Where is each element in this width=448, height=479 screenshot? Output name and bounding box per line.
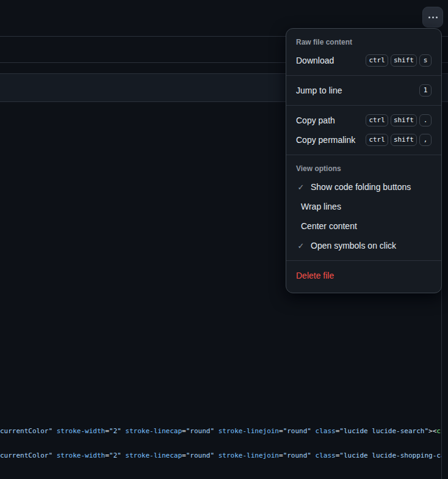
kbd-shift: shift — [391, 54, 417, 67]
menu-divider — [286, 75, 441, 76]
menu-item-open-symbols-on-click[interactable]: ✓ Open symbols on click — [286, 236, 441, 255]
kbd-s: s — [419, 54, 432, 67]
menu-item-wrap-lines[interactable]: Wrap lines — [286, 197, 441, 216]
shortcut-keys: ctrl shift . — [366, 114, 432, 126]
check-icon: ✓ — [296, 242, 306, 250]
more-options-button[interactable] — [422, 7, 443, 27]
kebab-horizontal-icon — [428, 16, 430, 18]
kbd-shift: shift — [391, 114, 417, 126]
shortcut-keys: ctrl shift s — [366, 54, 432, 67]
code-line[interactable]: currentColor" stroke-width="2" stroke-li… — [0, 452, 441, 460]
check-icon: ✓ — [296, 183, 306, 191]
kbd-ctrl: ctrl — [366, 134, 388, 146]
menu-section-header-view-options: View options — [286, 160, 441, 177]
shortcut-keys: 1 — [419, 84, 432, 97]
menu-item-delete-file[interactable]: Delete file — [286, 266, 441, 285]
code-line[interactable]: currentColor" stroke-width="2" stroke-li… — [0, 427, 441, 436]
kbd-comma: , — [419, 134, 432, 146]
kbd-ctrl: ctrl — [366, 114, 388, 126]
kbd-1: 1 — [419, 84, 432, 97]
kbd-shift: shift — [391, 134, 417, 146]
menu-divider — [286, 155, 441, 155]
menu-item-show-code-folding-buttons[interactable]: ✓ Show code folding buttons — [286, 177, 441, 197]
file-options-menu: Raw file content Download ctrl shift s J… — [286, 28, 442, 293]
menu-item-center-content[interactable]: Center content — [286, 216, 441, 236]
menu-item-download[interactable]: Download ctrl shift s — [286, 51, 441, 70]
menu-section-header-raw-file-content: Raw file content — [286, 34, 441, 51]
menu-item-copy-path[interactable]: Copy path ctrl shift . — [286, 111, 441, 130]
menu-divider — [286, 260, 441, 261]
menu-divider — [286, 105, 441, 106]
menu-item-copy-permalink[interactable]: Copy permalink ctrl shift , — [286, 130, 441, 150]
menu-item-jump-to-line[interactable]: Jump to line 1 — [286, 81, 441, 100]
kbd-period: . — [419, 114, 432, 126]
kbd-ctrl: ctrl — [366, 54, 388, 67]
shortcut-keys: ctrl shift , — [366, 134, 432, 146]
